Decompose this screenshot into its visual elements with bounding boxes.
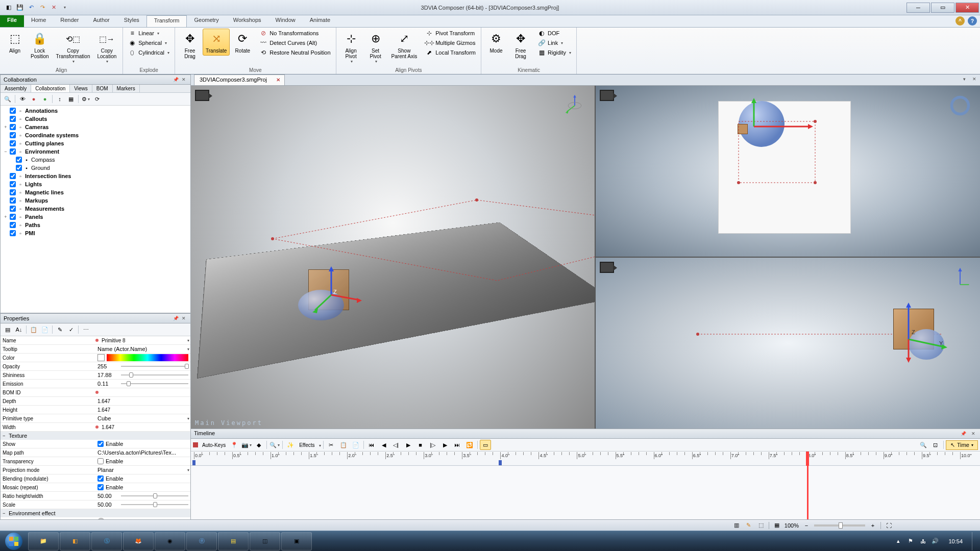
- tree-checkbox[interactable]: [10, 148, 16, 155]
- axis-gizmo-bot[interactable]: [948, 266, 972, 289]
- tab-author[interactable]: Author: [86, 15, 116, 27]
- tl-key-cam-icon[interactable]: 📷: [241, 440, 252, 450]
- tree-checkbox[interactable]: [10, 173, 16, 179]
- tab-transform[interactable]: Transform: [146, 15, 187, 27]
- doc-tab-close-icon[interactable]: ✕: [276, 77, 282, 83]
- scale-slider[interactable]: [121, 501, 188, 508]
- tb-grid-icon[interactable]: ▦: [66, 94, 76, 104]
- tree-checkbox[interactable]: [10, 230, 16, 236]
- prop-ratio-value[interactable]: 50.00: [97, 493, 118, 499]
- detect-curves-button[interactable]: 〰Detect Curves (Alt): [257, 38, 332, 47]
- tl-paste-icon[interactable]: 📄: [350, 440, 361, 450]
- tab-home[interactable]: Home: [24, 15, 53, 27]
- prop-bomid-input[interactable]: [102, 390, 188, 395]
- camera-icon-top[interactable]: [600, 90, 614, 101]
- save-icon[interactable]: 💾: [15, 3, 24, 12]
- tray-volume-icon[interactable]: 🔊: [931, 537, 939, 545]
- tree-item[interactable]: ▫ PMI: [2, 229, 189, 237]
- tl-loop-icon[interactable]: 🔁: [464, 440, 475, 450]
- clock[interactable]: 10:54: [943, 538, 968, 544]
- tl-effects-icon[interactable]: ✨: [285, 440, 296, 450]
- pivot-transform-button[interactable]: ⊹Pivot Transform: [423, 29, 478, 38]
- tl-key-loc-icon[interactable]: 📍: [229, 440, 240, 450]
- tree-checkbox[interactable]: [10, 116, 16, 122]
- no-transformations-button[interactable]: ⊘No Transformations: [257, 29, 332, 38]
- emission-slider[interactable]: [121, 380, 188, 387]
- tray-flag-icon[interactable]: ⚑: [906, 537, 915, 545]
- link-button[interactable]: 🔗Link: [535, 38, 573, 47]
- props-paste-icon[interactable]: 📄: [40, 324, 50, 335]
- prop-primtype-value[interactable]: Cube: [97, 415, 111, 421]
- tree-expand-icon[interactable]: +: [3, 124, 9, 130]
- align-button[interactable]: ⬚ Align: [3, 29, 27, 56]
- task-chrome[interactable]: ◉: [155, 532, 185, 550]
- tl-prevkey-icon[interactable]: ◁|: [390, 440, 402, 450]
- sb-layer3-icon[interactable]: ⬚: [756, 521, 766, 530]
- props-pin-icon[interactable]: 📌: [172, 315, 179, 322]
- task-outlook[interactable]: ◧: [60, 532, 90, 550]
- prop-transparency-chk[interactable]: [97, 458, 104, 464]
- time-mode-button[interactable]: ↖ Time ▾: [946, 440, 978, 450]
- tree-checkbox[interactable]: [10, 222, 16, 228]
- props-edit-icon[interactable]: ✎: [55, 324, 65, 335]
- tree-item-child[interactable]: ▪ Compass: [2, 156, 189, 164]
- tl-zoom-out-icon[interactable]: 🔍: [918, 440, 929, 450]
- timeline-pin-icon[interactable]: 📌: [960, 430, 967, 437]
- explode-spherical-button[interactable]: ◉Spherical: [126, 38, 172, 47]
- tl-key-prop-icon[interactable]: ◆: [253, 440, 264, 450]
- rotate-button[interactable]: ⟳ Rotate: [231, 29, 254, 56]
- top-viewport[interactable]: [596, 86, 980, 258]
- panel-close-icon[interactable]: ✕: [180, 76, 187, 83]
- tree-checkbox[interactable]: [10, 206, 16, 212]
- camera-icon[interactable]: [195, 90, 209, 101]
- task-explorer[interactable]: 📁: [28, 532, 59, 550]
- tb-filter-icon[interactable]: 🔍: [3, 94, 13, 104]
- tl-first-icon[interactable]: ⏮: [366, 440, 377, 450]
- tree-expand-icon[interactable]: +: [3, 214, 9, 219]
- sb-mode1-icon[interactable]: ▦: [772, 521, 781, 530]
- close-button[interactable]: ✕: [955, 3, 979, 13]
- tree-expand-icon[interactable]: −: [3, 149, 9, 154]
- prop-tooltip-dd[interactable]: ▾: [187, 347, 189, 352]
- axis-gizmo-top[interactable]: [948, 94, 972, 117]
- zoom-slider[interactable]: [814, 524, 865, 527]
- tab-styles[interactable]: Styles: [117, 15, 146, 27]
- tree-item[interactable]: ▫ Callouts: [2, 115, 189, 123]
- local-transform-button[interactable]: ⬈Local Transform: [423, 48, 478, 57]
- start-button[interactable]: [0, 531, 28, 552]
- task-ie[interactable]: ⓔ: [186, 532, 217, 550]
- tb-refresh-icon[interactable]: ⟳: [92, 94, 102, 104]
- tl-nextkey-icon[interactable]: |▷: [427, 440, 438, 450]
- keyframe-marker[interactable]: [192, 460, 195, 465]
- minimize-button[interactable]: ─: [906, 3, 930, 13]
- prop-height-input[interactable]: [97, 407, 188, 413]
- translate-gizmo-top[interactable]: [739, 96, 841, 147]
- translate-button[interactable]: ⤨ Translate: [203, 29, 230, 56]
- tree-item[interactable]: ▫ Measurements: [2, 205, 189, 213]
- keyframe-marker[interactable]: [499, 460, 502, 465]
- translate-gizmo-main[interactable]: Z: [311, 264, 372, 325]
- task-other[interactable]: ▣: [281, 532, 312, 550]
- sb-expand-icon[interactable]: ⛶: [884, 521, 893, 530]
- tl-cut-icon[interactable]: ✂: [326, 440, 337, 450]
- tree-checkbox[interactable]: [10, 181, 16, 187]
- copy-location-button[interactable]: ⬚→ Copy Location: [94, 29, 119, 66]
- subtab-markers[interactable]: Markers: [113, 85, 140, 92]
- prop-primtype-dd[interactable]: ▾: [187, 416, 189, 421]
- redo-icon[interactable]: ↷: [38, 3, 47, 12]
- tab-geometry[interactable]: Geometry: [187, 15, 226, 27]
- tl-stop-icon[interactable]: ■: [415, 440, 426, 450]
- tb-sort-icon[interactable]: ↕: [55, 94, 65, 104]
- tree-checkbox[interactable]: [10, 132, 16, 138]
- explode-cylindrical-button[interactable]: ⬯Cylindrical: [126, 48, 172, 57]
- sb-layer2-icon[interactable]: ✎: [744, 521, 753, 530]
- prop-mosaic-chk[interactable]: [97, 484, 104, 490]
- opacity-slider[interactable]: [121, 363, 188, 370]
- tree-checkbox[interactable]: [10, 108, 16, 114]
- qat-dropdown-icon[interactable]: ▾: [60, 3, 69, 12]
- set-pivot-button[interactable]: ⊕ Set Pivot: [364, 29, 387, 66]
- multiple-gizmos-button[interactable]: ⊹⊹Multiple Gizmos: [423, 38, 478, 47]
- props-check-icon[interactable]: ✓: [66, 324, 76, 335]
- props-close-icon[interactable]: ✕: [180, 315, 187, 322]
- props-az-icon[interactable]: A↓: [14, 324, 24, 335]
